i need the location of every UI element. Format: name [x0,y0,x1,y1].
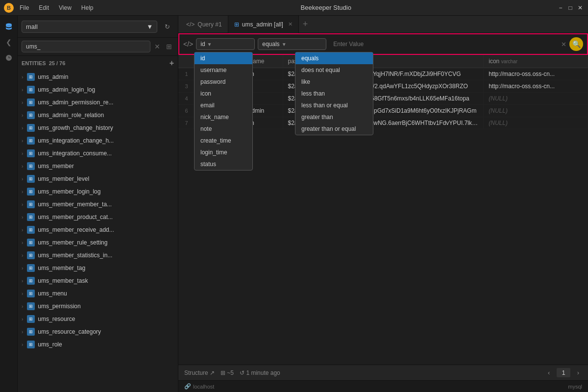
entity-item[interactable]: › ⊞ ums_integration_consume... [18,147,178,160]
time-ago: ↺ 1 minute ago [240,369,280,376]
col-option-username[interactable]: username [195,64,252,76]
cell-icon: (NULL) [484,117,588,129]
operator-selected-value: equals [262,41,279,48]
col-option-note[interactable]: note [195,123,252,135]
entity-name: ums_member [38,163,74,170]
column-selected-value: id [200,41,205,48]
entity-item[interactable]: › ⊞ ums_member_product_cat... [18,211,178,223]
entity-item[interactable]: › ⊞ ums_resource_category [18,325,178,338]
menu-help[interactable]: Help [79,3,96,12]
entity-item[interactable]: › ⊞ ums_member_level [18,172,178,185]
filter-value-input[interactable] [329,39,558,49]
entity-item[interactable]: › ⊞ ums_integration_change_h... [18,134,178,147]
database-icon[interactable] [2,20,16,33]
search-clear-icon[interactable]: ✕ [152,42,162,51]
tab-query1[interactable]: </> Query #1 [180,16,228,33]
entity-item[interactable]: › ⊞ ums_member_rule_setting [18,236,178,249]
maximize-button[interactable]: □ [566,4,574,12]
col-option-login-time[interactable]: login_time [195,147,252,158]
filter-bar: </> id ▼ equals ▼ ✕ 🔍 id username passwo… [178,33,588,55]
operator-chevron-icon: ▼ [282,42,287,47]
entity-name: ums_growth_change_history [38,124,113,131]
entity-chevron-icon: › [22,113,23,118]
col-option-id[interactable]: id [195,52,252,64]
entity-item[interactable]: › ⊞ ums_member_tag [18,262,178,274]
menu-edit[interactable]: Edit [37,3,51,12]
history-icon[interactable] [2,51,16,65]
cell-icon: (NULL) [484,93,588,105]
structure-link[interactable]: Structure ↗ [184,369,215,376]
filter-search-button[interactable]: 🔍 [569,37,583,51]
op-option-lte[interactable]: less than or equal [295,99,373,111]
close-button[interactable]: ✕ [576,4,584,12]
op-option-equals[interactable]: equals [295,52,373,64]
col-option-nick-name[interactable]: nick_name [195,111,252,123]
entity-search-input[interactable] [22,41,150,52]
column-selector[interactable]: id ▼ [196,38,255,50]
entity-item[interactable]: › ⊞ ums_resource [18,313,178,325]
op-option-gte[interactable]: greater than or equal [295,123,373,135]
operator-selector[interactable]: equals ▼ [258,38,326,50]
entity-item[interactable]: › ⊞ ums_admin_login_log [18,83,178,96]
entity-item[interactable]: › ⊞ ums_member [18,160,178,172]
entity-item[interactable]: › ⊞ ums_menu [18,287,178,300]
col-option-icon[interactable]: icon [195,88,252,99]
refresh-button[interactable]: ↻ [160,20,174,33]
row-num: 7 [178,117,193,129]
entity-chevron-icon: › [22,227,23,233]
entity-name: ums_member_rule_setting [38,239,107,246]
left-nav-icon[interactable]: ❮ [2,35,16,49]
entity-item[interactable]: › ⊞ ums_admin [18,71,178,83]
tab-ums-admin[interactable]: ⊞ ums_admin [all] ✕ [228,16,299,33]
tab-close-button[interactable]: ✕ [288,21,293,27]
col-option-email[interactable]: email [195,99,252,111]
col-option-password[interactable]: password [195,76,252,88]
entity-chevron-icon: › [22,138,23,144]
db-selector[interactable]: mall ▼ [22,21,157,33]
entity-item[interactable]: › ⊞ ums_member_statistics_in... [18,249,178,262]
entity-table-icon: ⊞ [27,175,35,183]
entity-item[interactable]: › ⊞ ums_growth_change_history [18,122,178,134]
menu-view[interactable]: View [57,3,74,12]
next-page-button[interactable]: › [574,368,582,377]
op-option-like[interactable]: like [295,76,373,88]
add-entity-button[interactable]: + [170,59,174,68]
entity-name: ums_admin [38,74,68,80]
status-left: 🔗 localhost [184,383,214,390]
sidebar: mall ▼ ↻ ✕ ⊞ ENTITIES 25 / 76 + › ⊞ ums_… [18,16,178,392]
entity-item[interactable]: › ⊞ ums_member_member_ta... [18,198,178,211]
col-option-create-time[interactable]: create_time [195,135,252,147]
op-option-less-than[interactable]: less than [295,88,373,99]
entity-table-icon: ⊞ [27,226,35,234]
col-option-status[interactable]: status [195,158,252,170]
column-chevron-icon: ▼ [207,42,212,47]
table-icon: ⊞ [234,21,239,28]
entity-item[interactable]: › ⊞ ums_member_login_log [18,185,178,198]
entity-chevron-icon: › [22,291,23,296]
op-option-greater-than[interactable]: greater than [295,111,373,123]
entity-chevron-icon: › [22,176,23,182]
entity-table-icon: ⊞ [27,149,35,157]
current-page: 1 [557,368,570,377]
op-option-not-equal[interactable]: does not equal [295,64,373,76]
search-filter-icon[interactable]: ⊞ [164,42,174,51]
entity-table-icon: ⊞ [27,162,35,170]
rows-count: ⊞ ~5 [220,369,234,376]
menu-file[interactable]: File [18,3,31,12]
tab-add-button[interactable]: + [299,19,312,29]
entity-item[interactable]: › ⊞ ums_role [18,338,178,351]
prev-page-button[interactable]: ‹ [545,368,553,377]
minimize-button[interactable]: − [557,4,564,12]
cell-icon: http://macro-oss.oss-cn... [484,80,588,93]
filter-clear-icon[interactable]: ✕ [561,41,566,48]
entity-item[interactable]: › ⊞ ums_permission [18,300,178,313]
col-header-icon[interactable]: icon varchar [484,55,588,68]
entity-item[interactable]: › ⊞ ums_admin_role_relation [18,109,178,122]
entity-item[interactable]: › ⊞ ums_member_task [18,274,178,287]
svg-point-0 [6,24,12,26]
entity-item[interactable]: › ⊞ ums_admin_permission_re... [18,96,178,109]
entity-table-icon: ⊞ [27,341,35,348]
query-icon: </> [186,21,195,28]
bottom-bar: Structure ↗ ⊞ ~5 ↺ 1 minute ago ‹ 1 › [178,365,588,380]
entity-item[interactable]: › ⊞ ums_member_receive_add... [18,223,178,236]
